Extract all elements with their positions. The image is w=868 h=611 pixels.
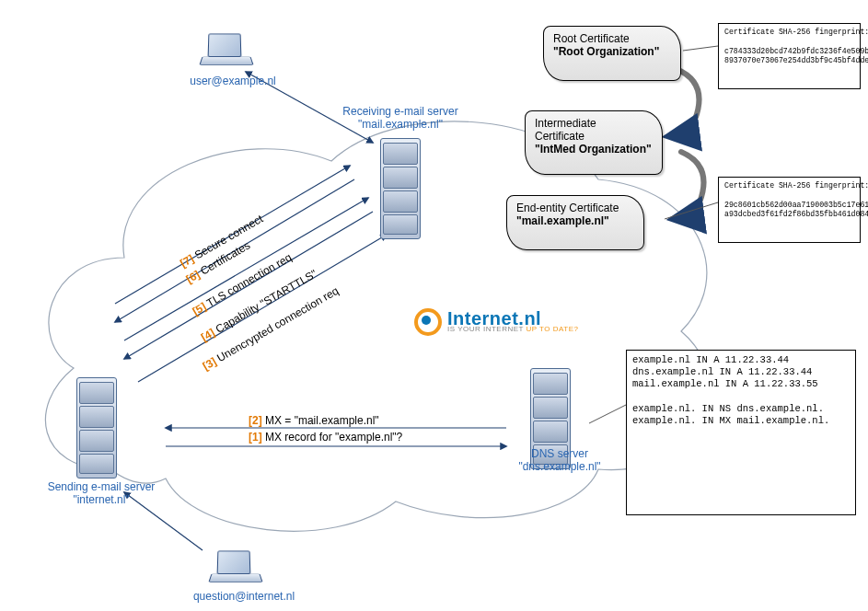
flow-step-1: [1] MX record for "example.nl"? xyxy=(249,431,402,444)
question-email-label: question@internet.nl xyxy=(184,591,304,604)
dns-records-box: example.nl IN A 11.22.33.44 dns.example.… xyxy=(626,350,856,515)
sending-server-icon xyxy=(69,377,124,478)
svg-line-9 xyxy=(683,46,718,51)
overlay-svg xyxy=(0,0,868,611)
dns-server-host: "dns.example.nl" xyxy=(518,460,600,473)
fingerprint-end-box: Certificate SHA-256 fingerprint: 29c8601… xyxy=(718,177,861,243)
logo-sub-accent: UP TO DATE? xyxy=(527,325,579,333)
cert-end: End-entity Certificate "mail.example.nl" xyxy=(506,195,644,250)
diagram-stage: { "logo": { "main": "Internet.nl", "sub_… xyxy=(0,0,868,611)
sending-server-title: Sending e-mail server xyxy=(48,480,156,493)
cert-int-line2: Certificate xyxy=(535,130,584,143)
receiving-server-label: Receiving e-mail server "mail.example.nl… xyxy=(322,106,479,132)
receiving-server-host: "mail.example.nl" xyxy=(358,118,443,131)
svg-line-10 xyxy=(665,202,718,219)
flow-step-2: [2] MX = "mail.example.nl" xyxy=(249,414,379,427)
cert-root-line2: "Root Organization" xyxy=(553,45,673,58)
svg-line-11 xyxy=(589,405,626,423)
cert-int-line3: "IntMed Organization" xyxy=(535,143,654,156)
sending-server-host: "internet.nl" xyxy=(73,493,129,506)
logo-sub-prefix: IS YOUR INTERNET xyxy=(447,325,527,333)
cert-end-line1: End-entity Certificate xyxy=(516,202,619,214)
dns-server-label: DNS server "dns.example.nl" xyxy=(509,448,610,474)
receiving-server-title: Receiving e-mail server xyxy=(342,105,457,118)
fp-title-1: Certificate SHA-256 fingerprint: xyxy=(724,28,868,36)
question-laptop-icon xyxy=(210,550,261,587)
fp-root-value: c784333d20bcd742b9fdc3236f4e509b 8937070… xyxy=(724,47,868,64)
dns-server-title: DNS server xyxy=(531,447,588,460)
fingerprint-root-box: Certificate SHA-256 fingerprint: c784333… xyxy=(718,23,861,89)
user-laptop-icon xyxy=(201,33,252,70)
sending-server-label: Sending e-mail server "internet.nl" xyxy=(41,481,161,507)
cert-root-line1: Root Certificate xyxy=(553,32,630,45)
fp-title-2: Certificate SHA-256 fingerprint: xyxy=(724,181,868,190)
receiving-server-icon xyxy=(373,138,428,239)
fp-end-value: 29c8601cb562d00aa7190003b5c17e61 a93dcbe… xyxy=(724,201,868,218)
user-email-label: user@example.nl xyxy=(182,75,284,88)
internetnl-logo: Internet.nl IS YOUR INTERNET UP TO DATE? xyxy=(414,308,579,336)
cert-int-line1: Intermediate xyxy=(535,117,596,130)
magnifier-icon xyxy=(414,308,442,336)
cert-root: Root Certificate "Root Organization" xyxy=(543,26,681,81)
cert-end-line2: "mail.example.nl" xyxy=(516,214,636,227)
cert-intermediate: Intermediate Certificate "IntMed Organiz… xyxy=(525,110,663,175)
